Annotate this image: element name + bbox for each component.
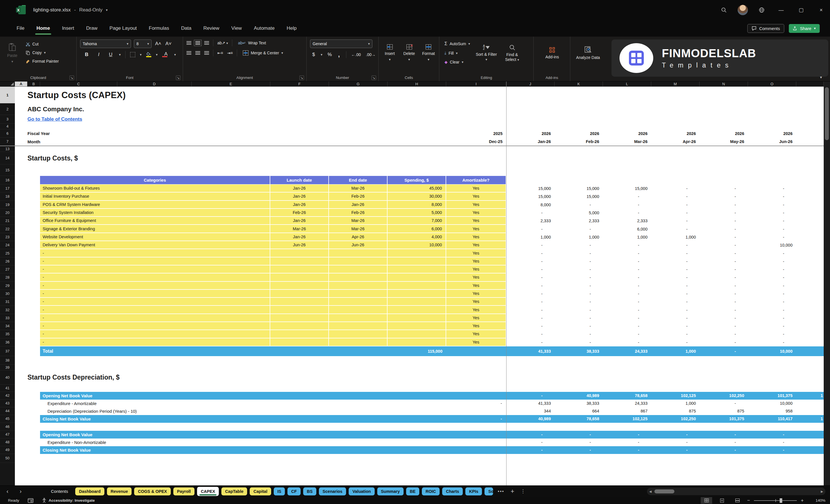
ribbon-tab-view[interactable]: View	[231, 24, 243, 33]
cell-category[interactable]: -	[40, 282, 270, 290]
header-end-date[interactable]: End date	[329, 176, 387, 185]
cell-month-value[interactable]: -	[506, 322, 554, 330]
month-value[interactable]: Mar-26	[603, 137, 651, 146]
cell-end-date[interactable]: Apr-26	[329, 233, 387, 241]
avatar[interactable]	[734, 3, 751, 17]
month-value[interactable]: Feb-26	[554, 137, 603, 146]
macro-record-icon[interactable]	[28, 498, 33, 503]
cell-month-value[interactable]: -	[748, 298, 796, 306]
dep-value[interactable]: 78,658	[554, 415, 603, 423]
month-value[interactable]: Jun-26	[748, 137, 796, 146]
cell-amortizable[interactable]: Yes	[446, 233, 506, 241]
cell-month-value[interactable]: -	[554, 249, 603, 257]
cell-month-value[interactable]: -	[700, 290, 748, 298]
dep-value[interactable]: 24,333	[603, 400, 651, 407]
cell-month-value[interactable]: -	[700, 233, 748, 241]
row-header-41[interactable]: 41	[0, 385, 15, 392]
depreciation-label[interactable]: Depreciation (Depreciation Period (Years…	[40, 407, 446, 415]
sheet-tab-capital[interactable]: Capital	[250, 487, 271, 496]
zoom-slider[interactable]	[754, 500, 797, 501]
cell-end-date[interactable]	[329, 290, 387, 298]
cell-spending[interactable]: 30,000	[387, 192, 446, 200]
column-header-M[interactable]: M	[651, 82, 700, 86]
font-color-chevron-icon[interactable]: ▾	[174, 53, 176, 57]
cell-month-value[interactable]: -	[554, 282, 603, 290]
clipboard-dialog-launcher[interactable]: ↘	[69, 75, 74, 80]
fiscal-year-label[interactable]: Fiscal Year	[28, 129, 270, 137]
dep-value[interactable]: -	[603, 431, 651, 439]
row-header-18[interactable]: 18	[0, 192, 15, 200]
cell-category[interactable]: -	[40, 290, 270, 298]
row-headers[interactable]: 1234671314151617181920212223242526272829…	[0, 82, 15, 485]
cell-month-value[interactable]: -	[700, 338, 748, 346]
ribbon-tab-formulas[interactable]: Formulas	[148, 24, 169, 33]
row-header-14[interactable]: 14	[0, 152, 15, 164]
row-header-6[interactable]: 6	[0, 129, 15, 137]
scrollbar-thumb[interactable]	[825, 87, 829, 140]
row-header-4[interactable]: 4	[0, 124, 15, 129]
total-month-value[interactable]: 38,333	[554, 346, 603, 356]
dep-value-clipped[interactable]: 1	[796, 415, 824, 423]
cell-category[interactable]: -	[40, 314, 270, 322]
fiscal-year-value[interactable]: 2026	[748, 129, 796, 137]
cell-month-value[interactable]: -	[554, 201, 603, 209]
cell-spending[interactable]: 5,000	[387, 209, 446, 217]
cell-spending[interactable]	[387, 306, 446, 314]
insert-cells-button[interactable]: Insert ▾	[382, 41, 397, 65]
cell-month-value[interactable]: -	[506, 330, 554, 338]
cell-month-value[interactable]: -	[748, 201, 796, 209]
percent-style-button[interactable]: %	[327, 52, 332, 58]
cell-month-value[interactable]: -	[700, 249, 748, 257]
cell-amortizable[interactable]: Yes	[446, 217, 506, 225]
row-header-39[interactable]: 39	[0, 365, 15, 371]
row-header-25[interactable]: 25	[0, 249, 15, 257]
cell-end-date[interactable]	[329, 338, 387, 346]
dep-value[interactable]: -	[700, 431, 748, 439]
cell-month-value[interactable]: -	[651, 330, 700, 338]
cell-category[interactable]: POS & CRM System Hardware	[40, 201, 270, 209]
sheet-nav-left-icon[interactable]: ‹	[0, 488, 15, 495]
sort-filter-button[interactable]: AZ Sort & Filter ▾	[475, 39, 498, 67]
cell-spending[interactable]	[387, 265, 446, 274]
cell-month-value[interactable]: -	[748, 338, 796, 346]
row-header-33[interactable]: 33	[0, 314, 15, 322]
analyze-data-button[interactable]: Analyze Data	[574, 39, 602, 67]
cell-month-value[interactable]: -	[700, 330, 748, 338]
cell-launch-date[interactable]	[270, 330, 329, 338]
add-sheet-button[interactable]: +	[511, 488, 514, 495]
cell-launch-date[interactable]: Jan-26	[270, 233, 329, 241]
cell-month-value[interactable]: -	[651, 192, 700, 200]
search-icon[interactable]	[715, 3, 732, 17]
cell-month-value[interactable]: -	[748, 217, 796, 225]
cell-month-value[interactable]: -	[651, 306, 700, 314]
dep-value[interactable]: 40,989	[506, 415, 554, 423]
cell-amortizable[interactable]: Yes	[446, 298, 506, 306]
sheet-tab-summary[interactable]: Summary	[377, 487, 404, 496]
ribbon-tab-home[interactable]: Home	[36, 24, 50, 33]
header-spending[interactable]: Spending, $	[387, 176, 446, 185]
align-center-button[interactable]	[195, 51, 200, 55]
grow-font-button[interactable]: A˄	[154, 41, 162, 46]
cell-month-value[interactable]: -	[748, 257, 796, 265]
cell-amortizable[interactable]: Yes	[446, 257, 506, 265]
cell-launch-date[interactable]	[270, 322, 329, 330]
section-startup-costs[interactable]: Startup Costs, $	[28, 152, 506, 164]
cell-month-value[interactable]: -	[506, 265, 554, 274]
ribbon-tab-draw[interactable]: Draw	[86, 24, 98, 33]
column-header-E[interactable]: E	[192, 82, 270, 86]
dep-value[interactable]: -	[554, 439, 603, 446]
row-header-13[interactable]: 13	[0, 146, 15, 152]
align-middle-button[interactable]	[195, 41, 200, 44]
row-header-48[interactable]: 48	[0, 439, 15, 446]
cell-month-value[interactable]: 1,000	[651, 233, 700, 241]
cell-month-value[interactable]: -	[603, 192, 651, 200]
cell-month-value[interactable]: -	[506, 257, 554, 265]
section-depreciation[interactable]: Startup Costs Depreciation, $	[28, 371, 506, 385]
cell-month-value[interactable]: -	[506, 225, 554, 233]
cell-amortizable[interactable]: Yes	[446, 192, 506, 200]
total-spending[interactable]: 115,000	[387, 346, 446, 356]
row-header-28[interactable]: 28	[0, 274, 15, 281]
cell-amortizable[interactable]: Yes	[446, 249, 506, 257]
expenditure-non-amortizable-label[interactable]: Expenditure - Non-Amortizable	[40, 439, 446, 446]
fiscal-year-value[interactable]: 2026	[700, 129, 748, 137]
